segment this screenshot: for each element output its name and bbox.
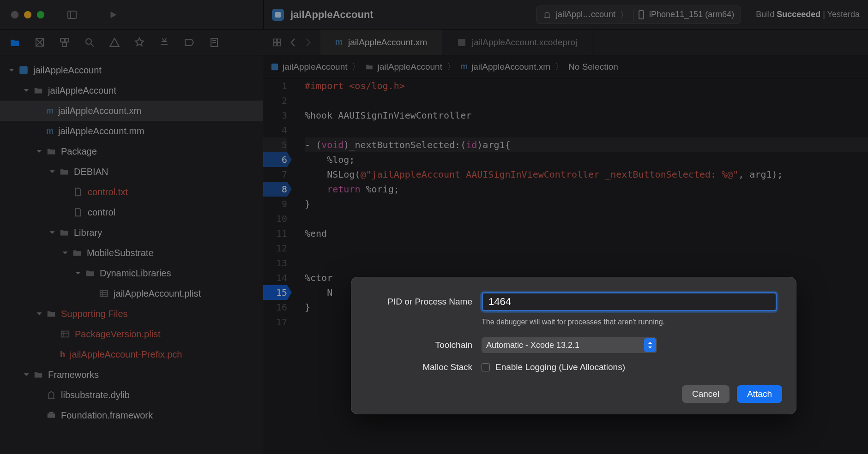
malloc-checkbox-label: Enable Logging (Live Allocations) [495, 362, 625, 372]
malloc-label: Malloc Stack [365, 362, 482, 372]
attach-button[interactable]: Attach [737, 385, 782, 403]
pid-label: PID or Process Name [365, 297, 482, 307]
pid-input[interactable] [482, 292, 777, 311]
attach-to-process-dialog: PID or Process Name The debugger will wa… [351, 277, 796, 414]
select-arrows-icon [644, 338, 656, 352]
dialog-hint: The debugger will wait for processes tha… [482, 318, 782, 326]
malloc-checkbox[interactable] [482, 363, 490, 371]
toolchain-select[interactable]: Automatic - Xcode 13.2.1 [482, 337, 657, 353]
toolchain-label: Toolchain [365, 340, 482, 350]
cancel-button[interactable]: Cancel [682, 385, 729, 403]
